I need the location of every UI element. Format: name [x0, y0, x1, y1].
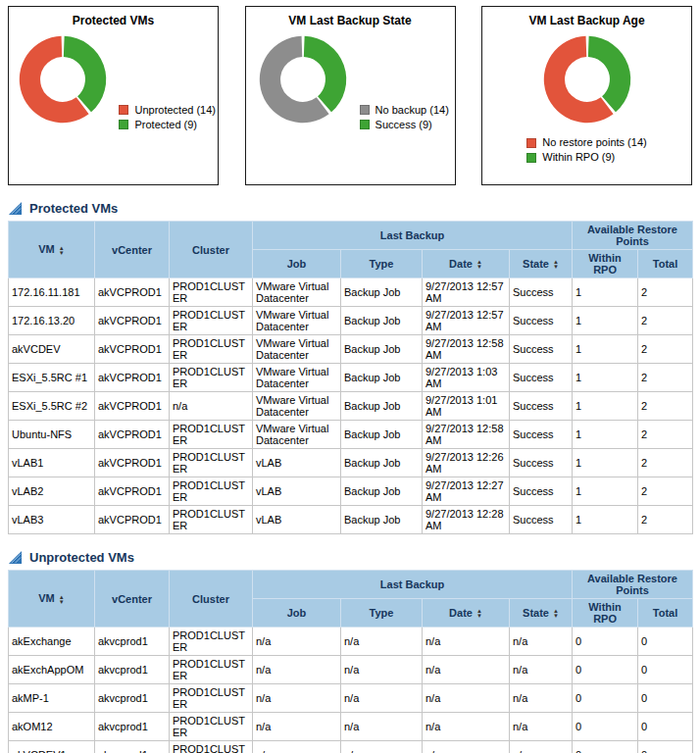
legend-item: Success (9) [360, 118, 449, 132]
table-row: akExchAppOMakvcprod1PROD1CLUSTERn/an/an/… [9, 656, 693, 684]
col-header-job[interactable]: Job [253, 599, 341, 628]
table-cell: Success [510, 506, 573, 534]
table-row: ESXi_5.5RC #1akVCPROD1PROD1CLUSTERVMware… [9, 364, 693, 392]
table-cell: 1 [573, 335, 638, 364]
table-cell: 2 [638, 477, 693, 506]
table-cell: vLAB2 [9, 477, 95, 506]
table-cell: PROD1CLUSTER [170, 656, 253, 684]
col-header-cluster[interactable]: Cluster [170, 571, 253, 628]
table-cell: Success [510, 307, 573, 335]
legend-label: No restore points (14) [542, 135, 646, 150]
table-cell: n/a [253, 713, 341, 741]
donut-segment-protected [64, 36, 106, 113]
col-header-label: State [523, 607, 549, 619]
table-cell: akVCPROD1 [95, 449, 170, 477]
chart-legend: No backup (14) Success (9) [360, 103, 449, 132]
table-cell: 0 [638, 713, 693, 741]
table-cell: 9/27/2013 12:28 AM [423, 506, 510, 534]
legend-label: No backup (14) [375, 103, 449, 118]
legend-swatch [526, 138, 536, 148]
section-header-unprotected-vms[interactable]: Unprotected VMs [8, 550, 692, 565]
sort-icon: ▲▼ [553, 609, 559, 619]
chart-panel-vm-last-backup-state: VM Last Backup State No backup (14) Succ… [245, 6, 456, 185]
table-cell: n/a [341, 684, 423, 713]
table-cell: akVCPROD1 [95, 335, 170, 364]
col-header-within-rpo[interactable]: Within RPO [573, 250, 638, 278]
col-header-type[interactable]: Type [341, 599, 423, 628]
col-header-type[interactable]: Type [341, 250, 423, 278]
col-header-last-backup: Last Backup [253, 571, 573, 599]
table-cell: VMware Virtual Datacenter [253, 335, 341, 364]
table-cell: akVCPROD1 [95, 506, 170, 534]
donut-chart-protected-vms [11, 29, 115, 129]
table-cell: n/a [253, 656, 341, 684]
col-header-state[interactable]: State▲▼ [510, 599, 573, 628]
table-cell: 2 [638, 335, 693, 364]
table-cell: n/a [510, 684, 573, 713]
table-cell: VMware Virtual Datacenter [253, 421, 341, 449]
table-cell: Backup Job [341, 392, 423, 421]
chart-legend: No restore points (14) Within RPO (9) [526, 135, 646, 165]
table-row: akVCDEVakVCPROD1PROD1CLUSTERVMware Virtu… [9, 335, 693, 364]
col-header-date[interactable]: Date▲▼ [423, 250, 510, 278]
table-cell: 9/27/2013 12:57 AM [423, 278, 510, 307]
table-cell: 2 [638, 449, 693, 477]
table-cell: Backup Job [341, 278, 423, 307]
table-cell: Success [510, 392, 573, 421]
table-cell: 172.16.11.181 [9, 278, 95, 307]
table-cell: PROD1CLUSTER [170, 477, 253, 506]
col-header-cluster[interactable]: Cluster [170, 222, 253, 278]
table-cell: 9/27/2013 1:01 AM [423, 392, 510, 421]
col-header-available-restore-points: Available Restore Points [573, 571, 693, 599]
col-header-state[interactable]: State▲▼ [510, 250, 573, 278]
table-cell: vLAB [253, 477, 341, 506]
table-cell: 0 [573, 741, 638, 753]
table-cell: Success [510, 278, 573, 307]
donut-chart-vm-last-backup-state [251, 29, 355, 129]
col-header-total[interactable]: Total [638, 599, 693, 628]
table-cell: Success [510, 364, 573, 392]
col-header-date[interactable]: Date▲▼ [423, 599, 510, 628]
col-header-vm[interactable]: VM▲▼ [9, 571, 95, 628]
table-cell: akVCPROD1 [95, 364, 170, 392]
table-cell: akExchange [9, 628, 95, 656]
table-row: 172.16.13.20akVCPROD1PROD1CLUSTERVMware … [9, 307, 693, 335]
col-header-label: State [523, 258, 549, 270]
donut-chart-vm-last-backup-age [535, 29, 639, 129]
table-cell: 0 [638, 628, 693, 656]
table-cell: 9/27/2013 12:27 AM [423, 477, 510, 506]
col-header-total[interactable]: Total [638, 250, 693, 278]
table-cell: ESXi_5.5RC #1 [9, 364, 95, 392]
table-cell: n/a [170, 392, 253, 421]
table-cell: 9/27/2013 12:26 AM [423, 449, 510, 477]
table-cell: n/a [510, 656, 573, 684]
table-cell: akVCPROD1 [95, 278, 170, 307]
col-header-within-rpo[interactable]: Within RPO [573, 599, 638, 628]
table-cell: 9/27/2013 12:58 AM [423, 421, 510, 449]
table-cell: akOM12 [9, 713, 95, 741]
col-header-vm[interactable]: VM▲▼ [9, 222, 95, 278]
table-cell: PROD1CLUSTER [170, 307, 253, 335]
table-cell: Success [510, 335, 573, 364]
table-cell: 172.16.13.20 [9, 307, 95, 335]
table-cell: 1 [573, 506, 638, 534]
table-cell: PROD1CLUSTER [170, 628, 253, 656]
section-title: Unprotected VMs [29, 550, 134, 565]
table-cell: Success [510, 449, 573, 477]
sort-icon: ▲▼ [476, 260, 482, 270]
col-header-vcenter[interactable]: vCenter [95, 222, 170, 278]
chart-title: VM Last Backup Age [482, 7, 691, 27]
table-cell: n/a [253, 684, 341, 713]
col-header-vcenter[interactable]: vCenter [95, 571, 170, 628]
table-cell: n/a [423, 741, 510, 753]
table-cell: akvcprod1 [95, 741, 170, 753]
table-row: 172.16.11.181akVCPROD1PROD1CLUSTERVMware… [9, 278, 693, 307]
section-header-protected-vms[interactable]: Protected VMs [8, 201, 692, 216]
legend-item: No backup (14) [360, 103, 449, 118]
protected-vms-table: VM▲▼ vCenter Cluster Last Backup Availab… [8, 221, 693, 534]
unprotected-vms-table: VM▲▼ vCenter Cluster Last Backup Availab… [8, 570, 693, 753]
table-cell: akExchAppOM [9, 656, 95, 684]
table-row: vLAB1akVCPROD1PROD1CLUSTERvLABBackup Job… [9, 449, 693, 477]
table-row: vLAB2akVCPROD1PROD1CLUSTERvLABBackup Job… [9, 477, 693, 506]
col-header-job[interactable]: Job [253, 250, 341, 278]
